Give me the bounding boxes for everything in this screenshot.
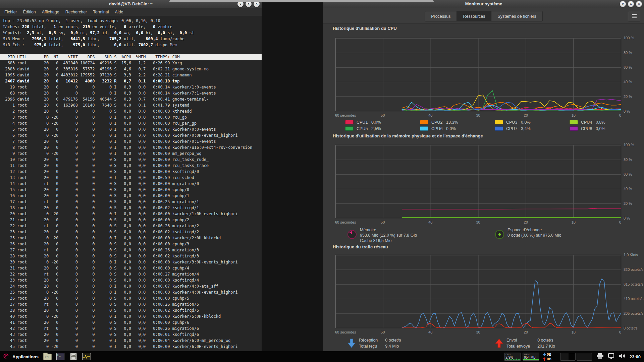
debian-logo-icon bbox=[2, 352, 10, 361]
cpu-legend-value: 13,3% bbox=[446, 120, 458, 125]
process-row: 4 root 0 -20 0 0 0 I 0,0 0,0 0:00.00 rcu… bbox=[0, 120, 262, 126]
display-icon[interactable] bbox=[608, 353, 614, 360]
envoi-legend: Envoi 0 octet/s Total envoyé 201,7 Kio bbox=[495, 338, 555, 349]
legend-color-swatch bbox=[570, 120, 578, 124]
net-up-value: 0B bbox=[547, 357, 551, 361]
memory-chart-x-axis: 60 secondes50403020100 bbox=[335, 220, 621, 224]
menu-aide[interactable]: Aide bbox=[112, 9, 126, 15]
system-monitor-window: Moniteur système ∨ ∧ × Processus Ressour… bbox=[323, 0, 644, 351]
cpu-legend-item: CPU4 0,8% bbox=[570, 120, 644, 125]
process-row: 44 root 20 0 0 0 0 I 0,0 0,0 0:00.04 kwo… bbox=[0, 338, 262, 344]
cpu-legend-item: CPU2 13,3% bbox=[420, 120, 495, 125]
upload-arrow-icon bbox=[495, 339, 503, 349]
process-row: 15 root 20 0 0 0 0 S 0,0 0,0 0:00.00 cpu… bbox=[0, 187, 262, 193]
volume-icon[interactable] bbox=[619, 353, 626, 360]
menu-edition[interactable]: Édition bbox=[20, 9, 39, 15]
menu-terminal[interactable]: Terminal bbox=[90, 9, 112, 15]
system-monitor-launcher[interactable] bbox=[82, 353, 91, 361]
process-row: 2407 david 20 0 10412 4080 3232 R 0,7 0,… bbox=[0, 78, 262, 84]
process-row: 1095 david 20 0 4433012 179552 97120 S 3… bbox=[0, 72, 262, 78]
swap-legend: Espace d'échange 0 octet (0,0 %) sur 975… bbox=[495, 227, 561, 239]
process-row: 9 root 0 -20 0 0 0 I 0,0 0,0 0:00.00 mm_… bbox=[0, 150, 262, 157]
memory-usage: 953,6 Mio (12,0 %) sur 7,8 Gio bbox=[360, 233, 417, 238]
cpu-legend-label: CPU1 bbox=[357, 120, 371, 125]
top-cpu-line: %Cpu(s): 2,3 ut, 0,5 sy, 0,0 ni, 97,2 id… bbox=[0, 30, 262, 36]
memory-section-title: Historique d'utilisation de la mémoire p… bbox=[333, 133, 483, 138]
network-chart-x-axis: 60 secondes50403020100 bbox=[335, 329, 621, 334]
clock[interactable]: 23:00 bbox=[630, 354, 641, 359]
memory-gauge-icon bbox=[347, 230, 357, 239]
folder-icon bbox=[43, 354, 52, 360]
process-row: 42 root rt 0 0 0 0 S 0,0 0,0 0:00.26 mig… bbox=[0, 325, 262, 331]
menu-affichage[interactable]: Affichage bbox=[39, 9, 62, 15]
terminal-launcher[interactable]: >_ bbox=[56, 353, 65, 361]
process-row: 12 root 20 0 0 0 0 S 0,0 0,0 0:00.00 kso… bbox=[0, 169, 262, 175]
process-row: 683 root 20 0 432840 100724 49216 S 15,6… bbox=[0, 60, 262, 66]
menu-fichier[interactable]: Fichier bbox=[1, 9, 20, 15]
legend-color-swatch bbox=[495, 120, 503, 124]
network-tray-applet[interactable]: 0B 0B bbox=[543, 352, 551, 361]
process-row: 11 root 20 0 0 0 0 S 0,0 0,0 0:00.00 rcu… bbox=[0, 163, 262, 169]
legend-color-swatch bbox=[570, 126, 578, 131]
cpu-legend-label: CPU6 bbox=[431, 126, 446, 131]
close-button[interactable]: × bbox=[636, 1, 642, 7]
hamburger-menu-button[interactable] bbox=[628, 11, 640, 21]
process-row: 34 root 20 0 0 0 0 I 0,0 0,0 0:00.07 kwo… bbox=[0, 283, 262, 289]
download-arrow-icon bbox=[347, 339, 356, 349]
process-row: 8 root 20 0 0 0 0 I 0,0 0,0 0:00.08 kwor… bbox=[0, 144, 262, 150]
process-row: 31 root 20 0 0 0 0 S 0,0 0,0 0:00.00 cpu… bbox=[0, 265, 262, 271]
window-list-item[interactable] bbox=[577, 353, 592, 361]
cpu-legend-item: CPU1 0,0% bbox=[345, 120, 420, 125]
desktop: david@VB-DebCin: ~ ∨ ∧ × Fichier Édition… bbox=[0, 0, 644, 362]
file-manager-launcher[interactable] bbox=[43, 353, 52, 361]
download-arrow-icon bbox=[543, 353, 546, 356]
reception-legend: Réception 0 octet/s Total reçu 9,4 Mio bbox=[347, 338, 401, 349]
process-row: 22 root rt 0 0 0 0 S 0,0 0,0 0:00.26 mig… bbox=[0, 223, 262, 229]
applications-menu[interactable]: Applications bbox=[2, 352, 39, 361]
tx-total: 201,7 Kio bbox=[537, 344, 555, 349]
network-section-title: Historique du trafic réseau bbox=[333, 244, 388, 249]
menu-rechercher[interactable]: Rechercher bbox=[62, 9, 90, 15]
rx-total: 9,4 Mio bbox=[385, 344, 401, 349]
cpu-legend-value: 0,8% bbox=[596, 120, 605, 125]
rx-label: Réception bbox=[359, 338, 378, 343]
cpu-legend-item: CPU3 0,0% bbox=[495, 120, 570, 125]
cpu-legend-value: 3,4% bbox=[521, 126, 531, 131]
process-row: 37 root rt 0 0 0 0 S 0,0 0,0 0:00.26 mig… bbox=[0, 301, 262, 307]
process-row: 30 root 0 -20 0 0 0 I 0,0 0,0 0:00.00 kw… bbox=[0, 259, 262, 265]
legend-color-swatch bbox=[420, 126, 428, 131]
memory-legend-title: Mémoire bbox=[360, 227, 417, 233]
process-row: 40 root 0 -20 0 0 0 I 0,0 0,0 0:00.00 kw… bbox=[0, 313, 262, 319]
tab-ressources[interactable]: Ressources bbox=[457, 11, 492, 21]
cpu-sparkline bbox=[505, 358, 521, 360]
cpu-legend-label: CPU7 bbox=[506, 126, 521, 131]
process-row: 2 root 20 0 0 0 0 S 0,0 0,0 0:00.00 kthr… bbox=[0, 108, 262, 114]
mem-usage-bar bbox=[523, 359, 539, 360]
window-list-item[interactable] bbox=[560, 353, 576, 361]
process-row: 26 root 20 0 0 0 0 S 0,0 0,0 0:00.00 cpu… bbox=[0, 241, 262, 247]
cpu-tray-widget[interactable]: CPU 2.9% bbox=[504, 353, 521, 361]
cpu-chart-y-axis: 100 %80 %60 %40 %20 %0 % bbox=[622, 38, 643, 111]
process-row: 20 root 0 -20 0 0 0 I 0,0 0,0 0:00.00 kw… bbox=[0, 211, 262, 217]
cpu-legend-value: 0,0% bbox=[371, 120, 381, 125]
tab-systemes-de-fichiers[interactable]: Systèmes de fichiers bbox=[491, 11, 543, 21]
process-row: 7 root 20 0 0 0 0 I 0,0 0,0 0:00.00 kwor… bbox=[0, 138, 262, 144]
mem-tray-widget[interactable]: MEM 954 MB bbox=[523, 353, 539, 361]
cpu-legend-label: CPU3 bbox=[506, 120, 521, 125]
minimize-button[interactable]: ∨ bbox=[620, 1, 626, 7]
maximize-button[interactable]: ∧ bbox=[628, 1, 634, 7]
process-row: 41 root 20 0 0 0 0 S 0,0 0,0 0:00.00 cpu… bbox=[0, 319, 262, 325]
archive-manager-launcher[interactable] bbox=[69, 353, 78, 361]
printer-icon[interactable] bbox=[597, 353, 603, 360]
cpu-legend-label: CPU2 bbox=[431, 120, 446, 125]
cpu-legend-item: CPU6 0,0% bbox=[420, 126, 495, 131]
tab-processus[interactable]: Processus bbox=[425, 11, 457, 21]
process-row: 45 root 0 -20 0 0 0 I 0,0 0,0 0:00.00 kw… bbox=[0, 344, 262, 350]
background-window-edge bbox=[169, 0, 434, 2]
cpu-legend-value: 2,5% bbox=[371, 126, 381, 131]
monitor-toolbar: Processus Ressources Systèmes de fichier… bbox=[323, 8, 644, 24]
network-chart-y-axis: 1,0 Kio/s820 octets/s615 octets/s410 oct… bbox=[622, 255, 643, 328]
top-mem-line: MiB Mem : 7956,1 total, 6441,5 libr, 705… bbox=[0, 36, 262, 42]
process-row: 2396 david 20 0 479176 54156 40544 S 0,3… bbox=[0, 96, 262, 102]
cpu-legend-item: CPU7 3,4% bbox=[495, 126, 570, 131]
